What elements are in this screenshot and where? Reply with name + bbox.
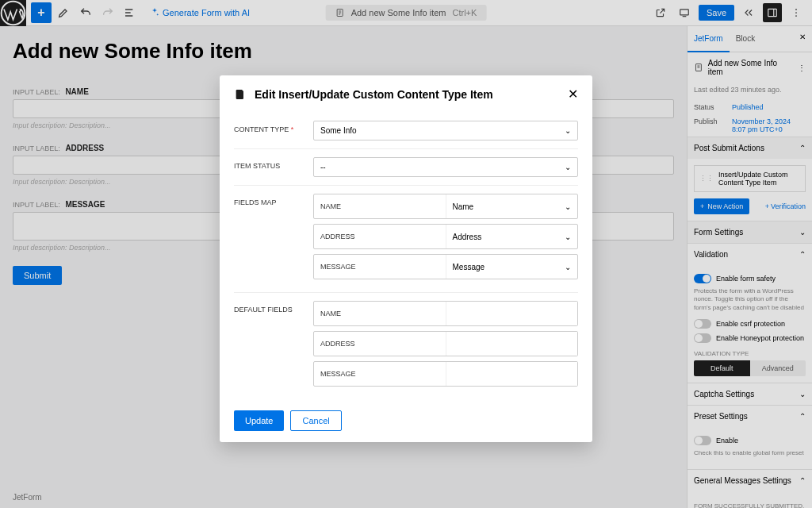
row-item-status: ITEM STATUS --⌄: [234, 149, 578, 186]
item-status-select[interactable]: --⌄: [313, 157, 578, 177]
default-address-input[interactable]: [446, 332, 578, 356]
field-map-name: NAMEName⌄: [313, 194, 578, 219]
default-field-name: NAME: [313, 301, 578, 326]
database-icon: [234, 88, 247, 101]
chevron-down-icon: ⌄: [565, 126, 571, 135]
default-name-input[interactable]: [446, 302, 578, 325]
default-message-input[interactable]: [446, 362, 578, 386]
default-fields-label: DEFAULT FIELDS: [234, 301, 313, 391]
content-type-label: CONTENT TYPE: [234, 125, 289, 133]
default-field-address: ADDRESS: [313, 331, 578, 356]
chevron-down-icon: ⌄: [565, 263, 571, 271]
field-map-name-select[interactable]: Name⌄: [446, 194, 578, 218]
row-default-fields: DEFAULT FIELDS NAME ADDRESS MESSAGE: [234, 293, 578, 399]
modal-footer: Update Cancel: [220, 399, 592, 442]
field-map-address-select[interactable]: Address⌄: [446, 225, 578, 248]
field-map-address: ADDRESSAddress⌄: [313, 224, 578, 249]
modal-overlay: Edit Insert/Update Custom Content Type I…: [0, 0, 812, 508]
modal-close-button[interactable]: ✕: [568, 87, 578, 102]
modal-title: Edit Insert/Update Custom Content Type I…: [255, 88, 493, 101]
chevron-down-icon: ⌄: [565, 233, 571, 241]
item-status-label: ITEM STATUS: [234, 157, 313, 177]
row-fields-map: FIELDS MAP NAMEName⌄ ADDRESSAddress⌄ MES…: [234, 186, 578, 293]
content-type-select[interactable]: Some Info⌄: [313, 121, 578, 140]
field-map-message: MESSAGEMessage⌄: [313, 254, 578, 279]
modal-body: CONTENT TYPE * Some Info⌄ ITEM STATUS --…: [220, 113, 592, 399]
cancel-button[interactable]: Cancel: [290, 410, 341, 431]
edit-action-modal: Edit Insert/Update Custom Content Type I…: [220, 75, 592, 442]
field-map-message-select[interactable]: Message⌄: [446, 255, 578, 279]
update-button[interactable]: Update: [234, 410, 284, 431]
chevron-down-icon: ⌄: [565, 202, 571, 211]
row-content-type: CONTENT TYPE * Some Info⌄: [234, 113, 578, 149]
default-field-message: MESSAGE: [313, 361, 578, 387]
modal-header: Edit Insert/Update Custom Content Type I…: [220, 75, 592, 113]
chevron-down-icon: ⌄: [565, 163, 571, 171]
fields-map-label: FIELDS MAP: [234, 194, 313, 284]
